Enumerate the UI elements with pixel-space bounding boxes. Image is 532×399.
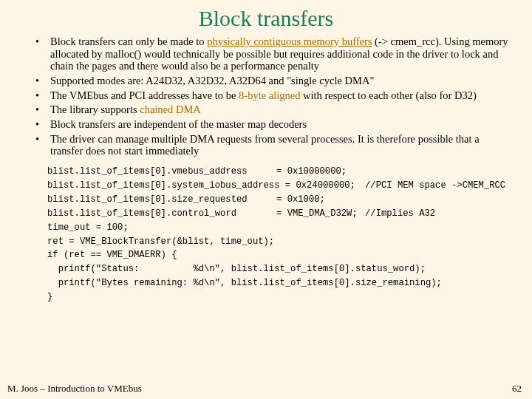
code-text: = 0x1000; [276,194,325,205]
bullet-text: The driver can manage multiple DMA reque… [50,133,480,157]
bullet-item: The library supports chained DMA [40,103,514,116]
code-text: //Implies A32 [365,208,435,219]
page-number: 62 [512,383,522,395]
code-text: blist.list_of_items[0].vmebus_address [47,165,276,179]
code-text: } [47,292,52,302]
highlight-text: physically contiguous memory buffers [207,35,372,47]
bullet-item: The driver can manage multiple DMA reque… [40,133,514,157]
highlight-text: 8-byte aligned [239,89,300,101]
code-text: time_out = 100; [47,222,129,233]
bullet-text: The VMEbus and PCI addresses have to be [50,89,239,101]
bullet-text: with respect to each other (also for D32… [300,89,476,101]
code-text: printf("Bytes remaining: %d\n", blist.li… [47,278,442,288]
bullet-text: Block transfers are independent of the m… [50,118,307,130]
bullet-item: Supported modes are: A24D32, A32D32, A32… [40,75,514,87]
code-text: ret = VME_BlockTransfer(&blist, time_out… [47,236,274,247]
slide-title: Block transfers [18,6,514,31]
code-text: = VME_DMA_D32W; [276,207,365,221]
bullet-text: Supported modes are: A24D32, A32D32, A32… [50,75,374,86]
bullet-text: The library supports [50,103,140,115]
code-text: blist.list_of_items[0].size_requested [47,193,276,207]
bullet-item: Block transfers are independent of the m… [40,118,514,131]
code-text: printf("Status: %d\n", blist.list_of_ite… [47,264,426,274]
bullet-text: Block transfers can only be made to [50,35,207,47]
slide: Block transfers Block transfers can only… [0,0,532,399]
code-text: //PCI MEM space ->CMEM_RCC [365,180,505,191]
bullet-list: Block transfers can only be made to phys… [18,35,514,157]
highlight-text: chained DMA [140,103,201,115]
code-text: = 0x10000000; [276,166,347,177]
bullet-item: Block transfers can only be made to phys… [40,35,514,72]
code-text: blist.list_of_items[0].system_iobus_addr… [47,179,365,193]
bullet-item: The VMEbus and PCI addresses have to be … [40,89,514,102]
code-text: if (ret == VME_DMAERR) { [47,250,177,260]
footer-text: M. Joos – Introduction to VMEbus [7,383,142,395]
code-block: blist.list_of_items[0].vmebus_address= 0… [47,165,514,304]
code-text: blist.list_of_items[0].control_word [47,207,276,221]
